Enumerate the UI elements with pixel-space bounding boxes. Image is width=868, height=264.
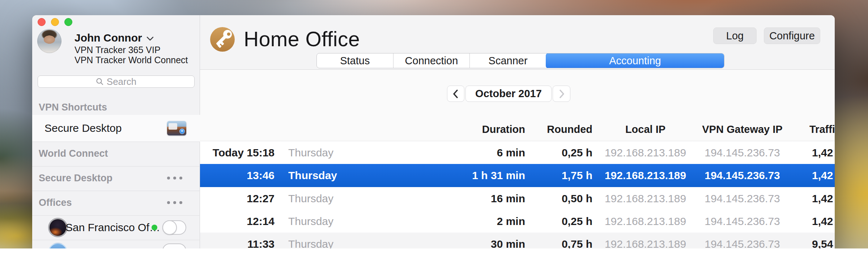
search-input[interactable]: Search xyxy=(38,75,195,88)
sidebar-item-secure-desktop-shortcut[interactable]: Secure Desktop xyxy=(32,115,200,142)
divider xyxy=(32,215,200,216)
toggle-knob xyxy=(162,220,177,235)
bottom-white-band xyxy=(0,248,868,264)
cell-rounded: 1,75 h xyxy=(531,164,598,187)
page-title: Home Office xyxy=(244,27,360,51)
column-header-local-ip[interactable]: Local IP xyxy=(598,120,693,138)
cell-traffic: 1,42 xyxy=(812,210,833,233)
tab-scanner[interactable]: Scanner xyxy=(469,53,546,68)
cell-time: Today 15:18 xyxy=(200,141,280,164)
desktop: John Connor VPN Tracker 365 VIP VPN Trac… xyxy=(0,0,868,264)
close-button[interactable] xyxy=(38,18,46,26)
table-row[interactable]: Today 15:18 Thursday 6 min 0,25 h 192.16… xyxy=(200,141,835,164)
tab-connection-safe[interactable]: Connection Safe xyxy=(393,53,470,68)
minimize-button[interactable] xyxy=(51,18,59,26)
cell-local-ip: 192.168.213.189 xyxy=(598,164,693,187)
chevron-right-icon xyxy=(556,88,567,100)
next-month-button[interactable] xyxy=(553,86,570,102)
cell-day: Thursday xyxy=(288,141,333,164)
user-avatar xyxy=(37,29,61,53)
section-offices[interactable]: Offices xyxy=(39,197,72,208)
user-plan-world-connect: VPN Tracker World Connect xyxy=(75,55,188,65)
cell-day: Thursday xyxy=(288,187,333,210)
cell-time: 13:46 xyxy=(200,164,280,187)
tab-status[interactable]: Status xyxy=(317,53,393,68)
connection-toggle[interactable] xyxy=(162,220,186,235)
tab-accounting[interactable]: Accounting xyxy=(546,53,724,68)
divider xyxy=(32,240,200,240)
month-selector[interactable]: October 2017 xyxy=(465,86,552,102)
previous-month-button[interactable] xyxy=(447,86,464,102)
cell-gateway-ip: 194.145.236.73 xyxy=(693,187,792,210)
cell-duration: 16 min xyxy=(468,187,531,210)
desktop-thumbnail xyxy=(167,121,186,135)
cell-gateway-ip: 194.145.236.73 xyxy=(693,164,792,187)
more-icon[interactable] xyxy=(167,177,182,179)
cell-day: Thursday xyxy=(288,210,333,233)
safari-icon xyxy=(179,129,185,134)
cell-traffic: 1,42 xyxy=(812,164,833,187)
office-avatar xyxy=(48,218,68,237)
vpn-tracker-window: John Connor VPN Tracker 365 VIP VPN Trac… xyxy=(32,15,835,254)
user-plan-365: VPN Tracker 365 VIP xyxy=(75,45,161,55)
zoom-button[interactable] xyxy=(64,18,72,26)
table-row[interactable]: 12:14 Thursday 2 min 0,25 h 192.168.213.… xyxy=(200,210,835,233)
cell-local-ip: 192.168.213.189 xyxy=(598,141,693,164)
chevron-down-icon xyxy=(146,32,154,44)
main-panel: Home Office Log Configure Status Connect… xyxy=(200,15,835,254)
cell-duration: 2 min xyxy=(468,210,531,233)
cell-duration: 6 min xyxy=(468,141,531,164)
more-icon[interactable] xyxy=(167,201,182,204)
cell-local-ip: 192.168.213.189 xyxy=(598,187,693,210)
column-header-vpn-gateway-ip[interactable]: VPN Gateway IP xyxy=(693,120,792,138)
search-placeholder: Search xyxy=(107,76,136,87)
cell-gateway-ip: 194.145.236.73 xyxy=(693,210,792,233)
user-name-label: John Connor xyxy=(75,32,142,44)
cell-rounded: 0,25 h xyxy=(531,210,598,233)
column-header-traffic[interactable]: Traffic xyxy=(809,120,835,138)
section-vpn-shortcuts: VPN Shortcuts xyxy=(39,102,107,113)
cell-traffic: 1,42 xyxy=(812,187,833,210)
accounting-table: October 2017 Duration Rounded Local IP V… xyxy=(200,70,835,250)
cell-time: 12:27 xyxy=(200,187,280,210)
cell-gateway-ip: 194.145.236.73 xyxy=(693,141,792,164)
cell-traffic: 1,42 xyxy=(812,141,833,164)
sidebar: John Connor VPN Tracker 365 VIP VPN Trac… xyxy=(32,15,200,254)
chevron-left-icon xyxy=(450,88,461,100)
shortcut-label: Secure Desktop xyxy=(44,115,122,142)
section-world-connect[interactable]: World Connect xyxy=(39,148,108,159)
cell-rounded: 0,25 h xyxy=(531,141,598,164)
tab-bar: Status Connection Safe Scanner Accountin… xyxy=(316,53,724,68)
cell-time: 12:14 xyxy=(200,210,280,233)
configure-button[interactable]: Configure xyxy=(764,27,820,44)
cell-duration: 1 h 31 min xyxy=(468,164,531,187)
table-row-selected[interactable]: 13:46 Thursday 1 h 31 min 1,75 h 192.168… xyxy=(200,164,835,187)
divider xyxy=(32,191,200,191)
log-button[interactable]: Log xyxy=(713,27,757,44)
key-icon xyxy=(209,26,236,53)
cell-local-ip: 192.168.213.189 xyxy=(598,210,693,233)
column-header-rounded[interactable]: Rounded xyxy=(531,120,598,138)
cell-rounded: 0,50 h xyxy=(531,187,598,210)
connection-status-dot xyxy=(152,225,157,230)
search-icon xyxy=(96,78,104,86)
cell-day: Thursday xyxy=(288,164,337,187)
divider xyxy=(32,166,200,166)
table-row[interactable]: 12:27 Thursday 16 min 0,50 h 192.168.213… xyxy=(200,187,835,210)
divider xyxy=(32,142,200,142)
section-secure-desktop[interactable]: Secure Desktop xyxy=(39,173,112,184)
column-header-duration[interactable]: Duration xyxy=(468,120,531,138)
office-label: San Francisco Of… xyxy=(65,221,160,234)
user-name[interactable]: John Connor xyxy=(75,32,154,44)
